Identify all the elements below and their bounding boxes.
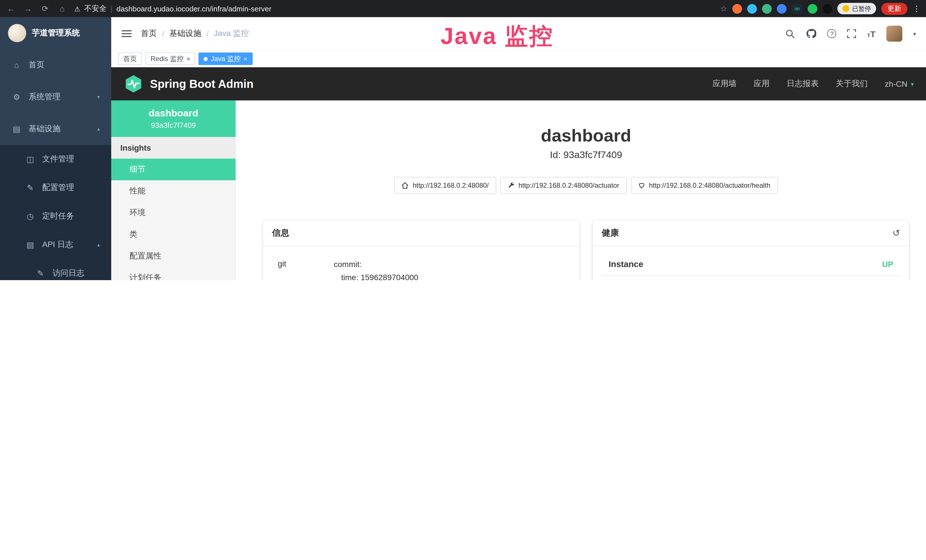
screen: 不安全 | dashboard.yudao.iocoder.cn/infra/a… xyxy=(0,0,926,280)
extension-grid-icon[interactable] xyxy=(777,4,787,14)
active-dot-icon xyxy=(204,57,208,61)
address-bar[interactable]: 不安全 | dashboard.yudao.iocoder.cn/infra/a… xyxy=(74,3,271,14)
user-avatar[interactable] xyxy=(887,26,902,42)
browser-chrome: 不安全 | dashboard.yudao.iocoder.cn/infra/a… xyxy=(0,0,926,17)
sba-item-metrics[interactable]: 性能 xyxy=(111,180,236,202)
tab-redis-monitor[interactable]: Redis 监控 xyxy=(145,53,195,65)
sidebar-item-access-logs[interactable]: ✎ 访问日志 xyxy=(0,259,111,280)
chevron-down-icon[interactable] xyxy=(913,30,916,37)
bookmark-star-icon[interactable] xyxy=(720,4,727,13)
paused-badge[interactable]: 已暂停 xyxy=(837,3,876,14)
sba-body: dashboard 93a3fc7f7409 Insights 细节 性能 环境… xyxy=(111,100,926,280)
sba-logo-icon xyxy=(124,74,143,94)
emoji-face-icon xyxy=(843,5,849,12)
close-icon[interactable] xyxy=(244,56,247,62)
extension-puppeteer-icon[interactable] xyxy=(823,4,832,14)
main-sidebar: 芋道管理系统 ⌂ 首页 ⚙ 系统管理 ▤ 基础设施 ◫ 文件管理 xyxy=(0,17,111,280)
sidebar-item-label: 文件管理 xyxy=(42,154,74,164)
health-url-button[interactable]: http://192.168.0.2:48080/actuator/health xyxy=(631,177,778,194)
page-title: dashboard xyxy=(263,126,909,146)
tab-label: 首页 xyxy=(123,54,137,64)
chevron-up-icon xyxy=(97,126,100,132)
sba-item-details[interactable]: 细节 xyxy=(111,159,236,180)
sba-menu-section-insights[interactable]: Insights xyxy=(111,137,236,159)
history-icon[interactable] xyxy=(892,228,900,239)
browser-forward-icon[interactable] xyxy=(23,4,33,13)
sidebar-item-config-management[interactable]: ✎ 配置管理 xyxy=(0,173,111,202)
security-label: 不安全 xyxy=(85,3,107,14)
extension-leaf-icon[interactable] xyxy=(808,4,817,14)
app-logo xyxy=(8,24,26,42)
locale-selector[interactable]: zh-CN xyxy=(885,79,914,88)
breadcrumb-home[interactable]: 首页 xyxy=(141,29,157,39)
breadcrumb-current: Java 监控 xyxy=(214,29,249,39)
browser-home-icon[interactable] xyxy=(57,4,67,13)
app-logo-row[interactable]: 芋道管理系统 xyxy=(0,17,111,49)
table-row: Instance UP xyxy=(602,256,900,276)
service-url-text: http://192.168.0.2:48080/ xyxy=(413,182,489,189)
health-card-title: 健康 xyxy=(602,228,619,239)
not-secure-warning-icon xyxy=(74,4,80,13)
actuator-url-button[interactable]: http://192.168.0.2:48080/actuator xyxy=(500,177,627,194)
sba-item-scheduled-tasks[interactable]: 计划任务 xyxy=(111,267,236,280)
sba-nav-applications[interactable]: 应用 xyxy=(754,79,770,89)
service-url-button[interactable]: http://192.168.0.2:48080/ xyxy=(394,177,496,194)
sba-item-environment[interactable]: 环境 xyxy=(111,202,236,224)
spring-boot-admin: Spring Boot Admin 应用墙 应用 日志报表 关于我们 zh-CN xyxy=(111,67,926,280)
instance-id: 93a3fc7f7409 xyxy=(116,121,231,130)
close-icon[interactable] xyxy=(186,56,190,62)
info-card-title: 信息 xyxy=(272,228,289,239)
browser-menu-icon[interactable] xyxy=(912,4,921,13)
spacer xyxy=(602,276,900,280)
tab-home[interactable]: 首页 xyxy=(118,53,142,65)
fullscreen-icon[interactable] xyxy=(847,29,856,38)
github-icon[interactable] xyxy=(806,29,817,39)
font-size-icon[interactable] xyxy=(867,29,876,38)
app-title: 芋道管理系统 xyxy=(32,28,80,38)
sba-item-classes[interactable]: 类 xyxy=(111,224,236,245)
breadcrumb-infrastructure[interactable]: 基础设施 xyxy=(169,29,201,39)
extension-vue-devtools-icon[interactable] xyxy=(762,4,772,14)
sidebar-item-scheduled-tasks[interactable]: ◷ 定时任务 xyxy=(0,202,111,230)
sba-header: Spring Boot Admin 应用墙 应用 日志报表 关于我们 zh-CN xyxy=(111,67,926,100)
instance-header[interactable]: dashboard 93a3fc7f7409 xyxy=(111,100,236,137)
url-text: dashboard.yudao.iocoder.cn/infra/admin-s… xyxy=(117,4,271,13)
extension-fox-icon[interactable] xyxy=(732,4,742,14)
document-icon: ▤ xyxy=(25,240,35,249)
sba-nav-about[interactable]: 关于我们 xyxy=(836,79,868,89)
sidebar-item-api-logs[interactable]: ▤ API 日志 xyxy=(0,230,111,259)
breadcrumb-separator xyxy=(206,29,209,38)
browser-reload-icon[interactable] xyxy=(40,4,50,13)
sidebar-item-label: 定时任务 xyxy=(42,211,74,221)
info-line: commit: xyxy=(334,258,565,271)
sidebar-item-label: 访问日志 xyxy=(53,268,85,278)
sba-nav-wallboard[interactable]: 应用墙 xyxy=(713,79,737,89)
chevron-up-icon xyxy=(97,242,100,248)
tag-tab-bar: 首页 Redis 监控 Java 监控 xyxy=(111,51,926,67)
sidebar-item-infrastructure[interactable]: ▤ 基础设施 xyxy=(0,113,111,145)
tab-java-monitor[interactable]: Java 监控 xyxy=(199,53,253,65)
browser-back-icon[interactable] xyxy=(6,4,16,13)
extension-switch-icon[interactable]: on xyxy=(792,4,802,14)
hamburger-menu-icon[interactable] xyxy=(121,30,132,37)
sidebar-item-home[interactable]: ⌂ 首页 xyxy=(0,49,111,81)
sidebar-item-file-management[interactable]: ◫ 文件管理 xyxy=(0,145,111,173)
help-icon[interactable] xyxy=(827,29,837,38)
sba-item-config-props[interactable]: 配置属性 xyxy=(111,245,236,267)
health-card-body: Instance UP xyxy=(593,247,909,280)
sidebar-item-system-management[interactable]: ⚙ 系统管理 xyxy=(0,81,111,113)
tab-label: Redis 监控 xyxy=(151,54,184,64)
sba-nav-journal[interactable]: 日志报表 xyxy=(787,79,819,89)
sba-brand-title: Spring Boot Admin xyxy=(150,77,254,91)
edit-icon: ✎ xyxy=(25,183,35,192)
search-icon[interactable] xyxy=(786,29,795,38)
paused-badge-label: 已暂停 xyxy=(852,4,871,13)
health-card-header: 健康 xyxy=(593,220,909,247)
header-actions xyxy=(786,26,916,42)
cards-grid: 信息 git commit: time: 1596289704000 id: 2 xyxy=(263,220,909,280)
home-icon: ⌂ xyxy=(11,61,22,70)
info-card: 信息 git commit: time: 1596289704000 id: 2 xyxy=(263,220,580,280)
info-card-header: 信息 xyxy=(263,220,580,247)
update-button[interactable]: 更新 xyxy=(881,3,908,15)
extension-drop-icon[interactable] xyxy=(747,4,757,14)
